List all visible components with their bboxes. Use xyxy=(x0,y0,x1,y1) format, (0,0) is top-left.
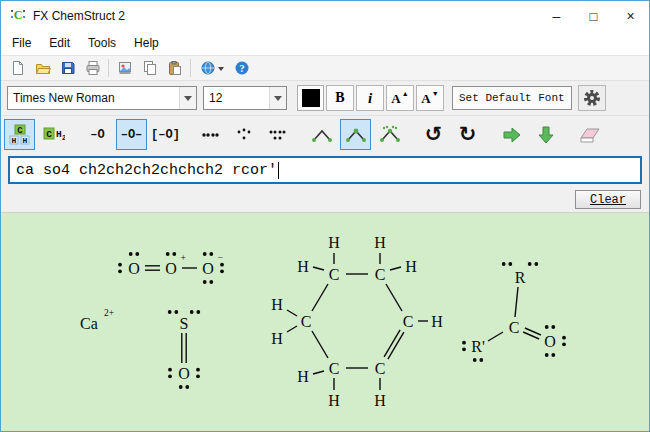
bold-button[interactable]: B xyxy=(326,85,354,111)
decrease-font-button[interactable]: A▼ xyxy=(416,85,444,111)
lone-pair-dot xyxy=(528,262,532,266)
new-document-button[interactable] xyxy=(6,57,30,79)
lone-pair-dot xyxy=(203,280,207,284)
methylene-group-icon: C H 2 xyxy=(43,124,65,146)
structure-canvas[interactable]: OO+O−Ca2+SOCCCCCCHHHHHHHHHHRCR'O xyxy=(1,213,649,431)
font-toolbar: Times New Roman 12 B i A▲ A▼ Set Default… xyxy=(1,81,649,115)
atom-label: R xyxy=(515,269,526,286)
bonding-dots-icon xyxy=(267,124,289,146)
menu-item-file[interactable]: File xyxy=(3,32,40,54)
chem-toolbar: C H H C H 2 –O –O– [–O] xyxy=(1,115,649,153)
bond xyxy=(287,326,297,332)
methyl-group-button[interactable]: C H H xyxy=(4,119,35,150)
bonding-dots-button[interactable] xyxy=(262,119,293,150)
print-button[interactable] xyxy=(81,57,105,79)
lone-pair-dot xyxy=(462,341,466,345)
save-floppy-icon xyxy=(60,60,76,76)
bond xyxy=(313,371,324,374)
lone-pair-dot xyxy=(196,368,200,372)
paste-button[interactable] xyxy=(163,57,187,79)
formula-input[interactable]: ca so4 ch2ch2ch2chchch2 rcor' xyxy=(8,156,642,184)
lone-pair-dot xyxy=(545,325,549,329)
electron-pairs-icon xyxy=(199,124,221,146)
increase-font-button[interactable]: A▲ xyxy=(386,85,414,111)
new-document-icon xyxy=(10,60,26,76)
lone-pair-dot xyxy=(479,358,483,362)
font-color-button[interactable] xyxy=(297,85,324,111)
svg-text:C: C xyxy=(17,125,23,135)
bond xyxy=(386,284,402,311)
copy-icon xyxy=(142,60,158,76)
window-title: FX ChemStruct 2 xyxy=(33,9,125,23)
font-family-select[interactable]: Times New Roman xyxy=(7,86,197,110)
decrease-font-label: A▼ xyxy=(421,90,438,107)
rotate-ccw-icon: ↺ xyxy=(425,124,443,145)
color-swatch xyxy=(302,89,320,107)
lone-pair-dot xyxy=(203,252,207,256)
clear-button[interactable]: Clear xyxy=(575,190,641,209)
single-electrons-button[interactable] xyxy=(228,119,259,150)
export-button[interactable] xyxy=(530,119,561,150)
save-button[interactable] xyxy=(56,57,80,79)
lone-pair-dot xyxy=(209,252,213,256)
menu-item-edit[interactable]: Edit xyxy=(40,32,79,54)
lone-pair-dot xyxy=(168,374,172,378)
charge-label: + xyxy=(181,253,186,263)
atom-label: C xyxy=(301,313,312,330)
minimize-button[interactable]: – xyxy=(538,1,575,31)
set-default-font-button[interactable]: Set Default Font xyxy=(452,86,572,110)
atom-label: O xyxy=(544,333,556,350)
maximize-button[interactable]: □ xyxy=(575,1,612,31)
open-file-button[interactable] xyxy=(31,57,55,79)
rotate-ccw-button[interactable]: ↺ xyxy=(418,119,449,150)
window-controls: – □ × xyxy=(538,1,649,31)
lone-pair-dot xyxy=(220,263,224,267)
font-size-select[interactable]: 12 xyxy=(203,86,287,110)
lone-pair-dot xyxy=(545,353,549,357)
help-button[interactable]: ? xyxy=(230,57,254,79)
bond-vertex-button[interactable] xyxy=(340,119,371,150)
web-update-button[interactable] xyxy=(195,57,229,79)
settings-button[interactable] xyxy=(578,85,606,111)
atom-label: C xyxy=(329,266,340,283)
copy-button[interactable] xyxy=(138,57,162,79)
atom-label: C xyxy=(375,266,386,283)
charge-label: 2+ xyxy=(104,308,114,318)
bond-angle-button[interactable] xyxy=(306,119,337,150)
lone-pair-dot xyxy=(168,310,172,314)
copy-picture-button[interactable] xyxy=(113,57,137,79)
dropdown-arrow-icon xyxy=(179,87,196,109)
methylene-group-button[interactable]: C H 2 xyxy=(38,119,69,150)
lone-pair-dot xyxy=(168,368,172,372)
atom-label: H xyxy=(405,258,417,275)
increase-font-label: A▲ xyxy=(391,90,408,107)
font-size-value: 12 xyxy=(209,91,222,105)
italic-button[interactable]: i xyxy=(356,85,384,111)
menu-item-tools[interactable]: Tools xyxy=(79,32,125,54)
insert-button[interactable] xyxy=(496,119,527,150)
title-bar[interactable]: C FX ChemStruct 2 – □ × xyxy=(1,1,649,31)
lone-pair-dot xyxy=(118,269,122,273)
lone-pair-dot xyxy=(220,269,224,273)
oxygen-double-button[interactable]: –O– xyxy=(116,119,147,150)
electron-pairs-button[interactable] xyxy=(194,119,225,150)
single-electrons-icon xyxy=(233,124,255,146)
atom-label: C xyxy=(329,360,340,377)
erase-button[interactable] xyxy=(574,119,605,150)
bond-all-dots-button[interactable] xyxy=(374,119,405,150)
rotate-cw-button[interactable]: ↻ xyxy=(452,119,483,150)
atom-label: Ca xyxy=(80,315,98,332)
svg-text:2: 2 xyxy=(62,135,65,142)
bond xyxy=(312,331,328,358)
dropdown-caret-icon xyxy=(218,67,224,74)
lone-pair-dot xyxy=(551,353,555,357)
oxygen-bracket-button[interactable]: [–O] xyxy=(150,119,181,150)
atom-label: H xyxy=(328,234,340,251)
close-button[interactable]: × xyxy=(612,1,649,31)
menu-item-help[interactable]: Help xyxy=(125,32,168,54)
oxygen-single-button[interactable]: –O xyxy=(82,119,113,150)
lone-pair-dot xyxy=(190,310,194,314)
formula-input-row: ca so4 ch2ch2ch2chchch2 rcor' xyxy=(1,153,649,188)
bond xyxy=(287,310,297,316)
app-window: C FX ChemStruct 2 – □ × FileEditToolsHel… xyxy=(0,0,650,432)
